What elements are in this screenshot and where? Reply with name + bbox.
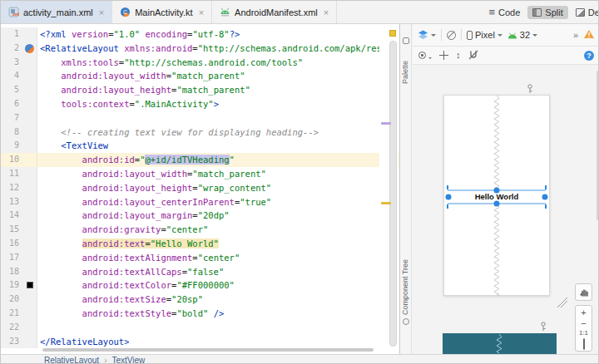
line-number: 8 xyxy=(1,125,22,140)
gutter-slot xyxy=(22,97,37,111)
device-icon xyxy=(467,31,473,40)
code-line[interactable]: 20 android:textSize="20sp" xyxy=(1,293,400,307)
api-level: 32 xyxy=(520,30,530,40)
horizontal-scrollbar[interactable] xyxy=(42,348,374,352)
line-number: 13 xyxy=(1,195,22,209)
code-line[interactable]: 21 android:textStyle="bold" /> xyxy=(1,307,400,321)
breadcrumb-relativelayout[interactable]: RelativeLayout xyxy=(44,356,99,364)
code-editor[interactable]: 1<?xml version="1.0" encoding="utf-8"?>2… xyxy=(1,24,400,354)
code-line[interactable]: 5 android:layout_height="match_parent" xyxy=(1,83,400,97)
orientation-variants-button[interactable] xyxy=(418,30,436,40)
gutter-slot xyxy=(22,167,37,181)
vertical-arrows-icon[interactable]: ↕ xyxy=(456,51,461,60)
kotlin-file-icon: C xyxy=(120,7,131,17)
line-number: 22 xyxy=(1,321,22,335)
line-number: 3 xyxy=(1,56,22,70)
component-tree-stripe-button[interactable]: Component Tree xyxy=(401,248,409,315)
code-line[interactable]: 12 android:layout_height="wrap_content" xyxy=(1,181,400,195)
code-text: xmlns:tools="http://schemas.android.com/… xyxy=(37,56,303,70)
code-line[interactable]: 6 tools:context=".MainActivity"> xyxy=(1,97,400,111)
no-theme-icon[interactable] xyxy=(447,31,456,40)
close-icon[interactable]: × xyxy=(324,7,329,17)
view-options-button[interactable] xyxy=(418,52,432,59)
code-view-button[interactable]: ≡ Code xyxy=(483,6,525,19)
gutter-slot xyxy=(22,139,37,153)
zoom-actual-button[interactable]: 1:1 xyxy=(579,329,588,337)
help-icon[interactable]: ? xyxy=(584,51,594,61)
zoom-out-button[interactable]: − xyxy=(581,319,586,327)
code-analysis-indicator[interactable] xyxy=(389,30,396,37)
tab-androidmanifest-xml[interactable]: AndroidManifest.xml × xyxy=(212,1,337,23)
stripe-selection-mark[interactable] xyxy=(381,122,391,125)
gutter-slot xyxy=(22,83,37,97)
breadcrumb-textview[interactable]: TextView xyxy=(112,356,146,364)
gutter-slot xyxy=(22,42,37,56)
code-line[interactable]: 1<?xml version="1.0" encoding="utf-8"?> xyxy=(1,27,400,42)
code-line[interactable]: 10 android:id="@+id/idTVHeading" xyxy=(1,153,400,167)
code-line[interactable]: 14 android:layout_margin="20dp" xyxy=(1,209,400,223)
code-text: android:id="@+id/idTVHeading" xyxy=(37,153,235,167)
palette-icon xyxy=(403,37,409,44)
line-number: 5 xyxy=(1,83,22,97)
pan-surface-button[interactable] xyxy=(575,283,592,301)
code-text: </RelativeLayout> xyxy=(37,335,129,349)
line-number: 4 xyxy=(1,69,22,83)
warning-icon xyxy=(583,29,595,39)
overflow-actions-button[interactable]: » xyxy=(573,30,578,40)
zoom-fit-button[interactable] xyxy=(583,340,585,348)
code-line[interactable]: 13 android:layout_centerInParent="true" xyxy=(1,195,400,209)
design-view-button[interactable]: Design xyxy=(571,6,599,19)
preview-hello-world-text[interactable]: Hello World xyxy=(443,192,550,201)
pan-icon[interactable] xyxy=(439,51,448,60)
split-view-icon xyxy=(532,8,542,17)
kotlin-related-file-icon[interactable] xyxy=(25,44,34,53)
split-view-button[interactable]: Split xyxy=(527,6,567,19)
blueprint-preview[interactable] xyxy=(443,333,557,354)
code-line[interactable]: 16 android:text="Hello World" xyxy=(1,237,400,251)
autoconnect-off-button[interactable] xyxy=(468,48,478,63)
code-line[interactable]: 15 android:gravity="center" xyxy=(1,223,400,237)
code-text xyxy=(37,111,40,125)
code-line[interactable]: 19 android:textColor="#FF000000" xyxy=(1,278,400,293)
gutter-slot xyxy=(22,181,37,195)
design-toolbar-row1: Pixel 32 » xyxy=(413,24,599,47)
zoom-controls: + − 1:1 xyxy=(575,305,592,352)
zoom-in-button[interactable]: + xyxy=(581,308,586,317)
code-line[interactable]: 11 android:layout_width="match_parent" xyxy=(1,167,400,181)
split-view-label: Split xyxy=(545,7,562,17)
code-text: <TextView xyxy=(37,139,108,153)
editor-error-stripe[interactable] xyxy=(379,24,399,354)
code-line[interactable]: 7 xyxy=(1,111,400,125)
code-line[interactable]: 23</RelativeLayout> xyxy=(1,335,400,349)
close-icon[interactable]: × xyxy=(99,7,104,17)
device-selector[interactable]: Pixel xyxy=(467,30,502,40)
tab-label: AndroidManifest.xml xyxy=(235,7,318,17)
code-line[interactable]: 18 android:textAllCaps="false" xyxy=(1,265,400,279)
code-line[interactable]: 2<RelativeLayout xmlns:android="http://s… xyxy=(1,42,400,56)
android-manifest-icon xyxy=(220,7,230,17)
code-line[interactable]: 22 xyxy=(1,321,400,335)
palette-stripe-button[interactable]: Palette xyxy=(401,47,409,84)
gutter-slot xyxy=(22,69,37,83)
gutter-slot xyxy=(22,251,37,265)
stripe-warning-mark[interactable] xyxy=(381,202,391,204)
gutter-slot xyxy=(22,265,37,279)
code-line[interactable]: 8 <!-- creating text view for displaying… xyxy=(1,125,400,140)
tab-activity-main-xml[interactable]: xml activity_main.xml × xyxy=(1,1,112,23)
editor-tab-bar: xml activity_main.xml × C MainActivity.k… xyxy=(1,1,599,24)
close-icon[interactable]: × xyxy=(199,7,204,17)
code-line[interactable]: 3 xmlns:tools="http://schemas.android.co… xyxy=(1,56,400,70)
code-view-icon: ≡ xyxy=(488,8,495,17)
code-line[interactable]: 4 android:layout_width="match_parent" xyxy=(1,69,400,83)
gutter-slot xyxy=(22,153,37,167)
code-text: <RelativeLayout xmlns:android="http://sc… xyxy=(37,42,387,56)
code-line[interactable]: 17 android:textAlignment="center" xyxy=(1,251,400,265)
api-level-selector[interactable]: 32 xyxy=(507,30,537,40)
gutter-slot xyxy=(22,335,37,349)
vertical-scrollbar-thumb[interactable] xyxy=(389,41,397,347)
line-number: 15 xyxy=(1,223,22,237)
warning-indicator[interactable] xyxy=(583,27,595,42)
code-line[interactable]: 9 <TextView xyxy=(1,139,400,153)
chevron-down-icon xyxy=(428,57,432,59)
tab-mainactivity-kt[interactable]: C MainActivity.kt × xyxy=(112,1,212,23)
